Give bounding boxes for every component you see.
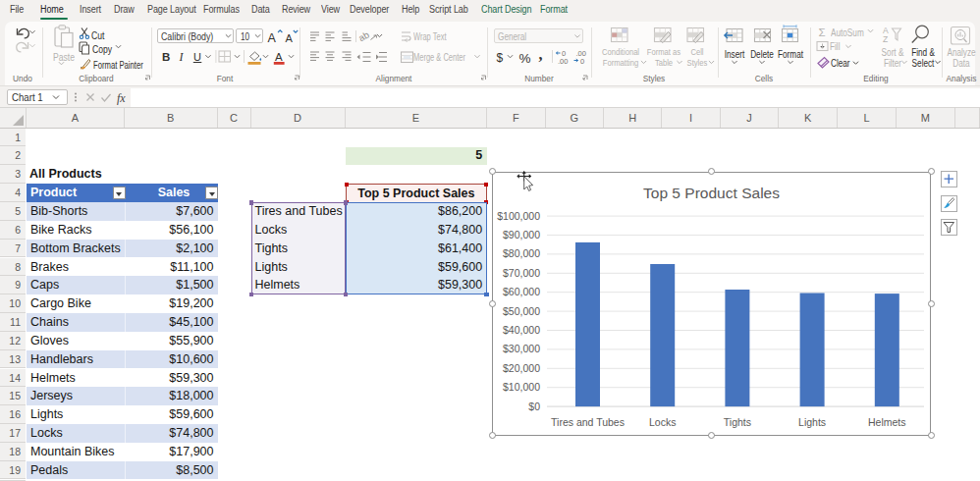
svg-text:Tires and Tubes: Tires and Tubes bbox=[551, 415, 625, 427]
svg-text:U: U bbox=[193, 51, 201, 63]
svg-text:$80,000: $80,000 bbox=[503, 247, 540, 259]
svg-text:$90,000: $90,000 bbox=[503, 229, 540, 240]
svg-text:Helmets: Helmets bbox=[868, 415, 906, 427]
svg-text:,: , bbox=[539, 46, 543, 63]
svg-text:$100,000: $100,000 bbox=[497, 209, 540, 221]
svg-text:A: A bbox=[268, 31, 277, 45]
svg-text:$0: $0 bbox=[528, 400, 540, 411]
svg-text:ab: ab bbox=[356, 28, 371, 43]
svg-text:Lights: Lights bbox=[798, 415, 826, 427]
svg-text:$: $ bbox=[497, 51, 504, 65]
svg-text:A: A bbox=[275, 51, 283, 63]
svg-text:$50,000: $50,000 bbox=[503, 304, 540, 316]
svg-text:$60,000: $60,000 bbox=[503, 286, 540, 297]
svg-text:$70,000: $70,000 bbox=[503, 266, 540, 278]
svg-text:fx: fx bbox=[117, 91, 126, 105]
svg-text:Z: Z bbox=[883, 34, 888, 44]
svg-text:Tights: Tights bbox=[724, 415, 751, 427]
svg-text:$40,000: $40,000 bbox=[503, 324, 540, 336]
svg-text:A: A bbox=[286, 32, 294, 44]
svg-text:.00: .00 bbox=[558, 57, 568, 66]
svg-text:Σ: Σ bbox=[819, 27, 826, 38]
svg-text:Top 5 Product Sales: Top 5 Product Sales bbox=[643, 185, 780, 201]
svg-text:$30,000: $30,000 bbox=[503, 343, 540, 354]
svg-text:Locks: Locks bbox=[649, 415, 676, 427]
svg-text:$10,000: $10,000 bbox=[503, 381, 540, 393]
svg-text:I: I bbox=[179, 50, 185, 64]
svg-text:B: B bbox=[162, 51, 170, 63]
svg-text:$20,000: $20,000 bbox=[503, 361, 540, 373]
svg-text:%: % bbox=[519, 51, 531, 66]
